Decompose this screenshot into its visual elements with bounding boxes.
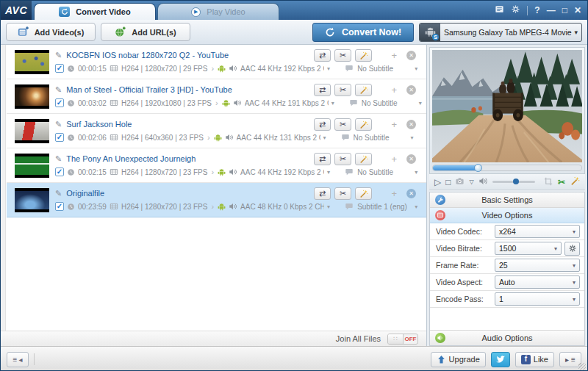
effects-button[interactable]	[355, 49, 372, 62]
row-checkbox[interactable]: ✓	[55, 64, 64, 73]
trim-button[interactable]: ✂	[334, 187, 351, 200]
audio-track-dropdown[interactable]: AAC 44 KHz 191 Kbps 2 CH (u...	[245, 99, 329, 107]
facebook-like-button[interactable]: f Like	[515, 352, 554, 367]
video-row[interactable]: ✎ KOCBFN IOS nobar 1280x720 Q2 - YouTube…	[7, 45, 426, 79]
volume-handle[interactable]	[513, 179, 519, 184]
audio-options-header[interactable]: Audio Options	[430, 330, 584, 345]
volume-icon[interactable]	[478, 176, 488, 187]
transfer-button[interactable]: ⇄	[314, 49, 331, 62]
video-preview-screen[interactable]	[432, 50, 582, 162]
effects-button[interactable]	[355, 187, 372, 200]
chevron-down-icon[interactable]: ▾	[327, 169, 330, 176]
subtitle-dropdown[interactable]: No Subtitle	[357, 65, 412, 73]
chevron-down-icon[interactable]: ▾	[415, 65, 417, 72]
tab-convert-video[interactable]: Convert Video	[34, 3, 156, 20]
remove-icon[interactable]: ✕	[406, 154, 416, 164]
video-codec-dropdown[interactable]: x264 ▾	[495, 225, 580, 238]
maximize-button[interactable]: □	[562, 6, 567, 15]
effects-wand-icon[interactable]	[570, 176, 580, 187]
chevron-down-icon[interactable]: ▾	[415, 203, 417, 210]
subtitle-dropdown[interactable]: No Subtitle	[362, 99, 416, 107]
list-scrollbar-track[interactable]	[1, 45, 6, 331]
remove-icon[interactable]: ✕	[406, 51, 416, 60]
output-profile-dropdown[interactable]: S Samsung Galaxy Tab MPEG-4 Movie (... ▾	[419, 23, 582, 42]
snapshot-icon[interactable]	[455, 176, 465, 187]
chevron-down-icon[interactable]: ▾	[327, 65, 330, 72]
transfer-button[interactable]: ⇄	[314, 187, 331, 200]
trim-button[interactable]: ✂	[334, 153, 351, 165]
play-button[interactable]: ▷	[434, 178, 441, 187]
row-checkbox[interactable]: ✓	[55, 98, 64, 107]
video-title[interactable]: Originalfile	[66, 189, 104, 198]
subtitle-dropdown[interactable]: Subtitle 1 (eng)	[357, 203, 412, 211]
video-title[interactable]: Surf Jackson Hole	[66, 120, 132, 129]
video-title[interactable]: The Pony An Unexpected Journeigh	[66, 154, 196, 163]
video-title[interactable]: Man of Steel - Official Trailer 3 [HD] -…	[66, 85, 232, 94]
row-checkbox[interactable]: ✓	[55, 168, 64, 176]
encode-pass-dropdown[interactable]: 1 ▾	[495, 292, 580, 306]
chevron-down-icon[interactable]: ▾	[331, 100, 334, 107]
volume-slider[interactable]	[492, 181, 535, 183]
remove-icon[interactable]: ✕	[406, 189, 416, 198]
add-icon[interactable]: +	[391, 120, 397, 129]
add-icon[interactable]: +	[391, 51, 397, 60]
audio-track-dropdown[interactable]: AAC 44 KHz 192 Kbps 2 CH (u...	[240, 65, 324, 73]
help-button[interactable]: ?	[534, 6, 539, 15]
basic-settings-header[interactable]: Basic Settings	[430, 192, 584, 208]
subtitle-dropdown[interactable]: No Subtitle	[357, 168, 412, 176]
chevron-down-icon[interactable]: ▾	[415, 169, 417, 176]
edit-title-icon[interactable]: ✎	[55, 85, 62, 95]
crop-icon[interactable]	[544, 177, 553, 187]
transfer-button[interactable]: ⇄	[314, 153, 331, 165]
toggle-panel-button[interactable]: ≡ ◂	[7, 352, 29, 367]
edit-title-icon[interactable]: ✎	[55, 189, 62, 198]
transfer-button[interactable]: ⇄	[314, 84, 331, 96]
chevron-down-icon[interactable]: ▾	[411, 134, 414, 141]
video-row[interactable]: ✎ The Pony An Unexpected Journeigh ⇄ ✂ +…	[7, 148, 426, 183]
snapshot-dropdown-icon[interactable]: ▽	[469, 179, 473, 185]
stop-button[interactable]: □	[445, 178, 451, 187]
transfer-button[interactable]: ⇄	[314, 118, 331, 131]
video-row[interactable]: ✎ Man of Steel - Official Trailer 3 [HD]…	[7, 79, 426, 114]
audio-track-dropdown[interactable]: AAC 48 KHz 0 Kbps 2 CH (jpn)	[240, 203, 324, 211]
subtitle-dropdown[interactable]: No Subtitle	[354, 134, 408, 142]
remove-icon[interactable]: ✕	[406, 120, 416, 129]
add-icon[interactable]: +	[391, 189, 397, 198]
tab-play-video[interactable]: ▶ Play Video	[157, 3, 279, 20]
row-checkbox[interactable]: ✓	[55, 202, 64, 211]
upgrade-button[interactable]: Upgrade	[431, 352, 486, 367]
row-checkbox[interactable]: ✓	[55, 133, 64, 142]
chevron-down-icon[interactable]: ▾	[419, 100, 422, 107]
bitrate-settings-gear-button[interactable]	[564, 242, 580, 256]
edit-title-icon[interactable]: ✎	[55, 154, 62, 164]
minimize-button[interactable]: —	[547, 6, 556, 15]
trim-button[interactable]: ✂	[334, 84, 351, 96]
add-videos-button[interactable]: Add Video(s)	[6, 23, 96, 41]
seek-handle[interactable]	[474, 164, 482, 172]
gear-icon[interactable]	[511, 4, 520, 17]
add-icon[interactable]: +	[391, 85, 397, 95]
video-row[interactable]: ✎ Surf Jackson Hole ⇄ ✂ + ✕ ✓ 00:02:	[7, 114, 426, 148]
trim-button[interactable]: ✂	[334, 118, 351, 131]
seek-bar[interactable]	[432, 165, 582, 171]
video-bitrate-dropdown[interactable]: 1500 ▾	[495, 242, 562, 255]
remove-icon[interactable]: ✕	[406, 85, 416, 95]
audio-track-dropdown[interactable]: AAC 44 KHz 131 Kbps 2 CH	[237, 134, 320, 142]
video-title[interactable]: KOCBFN IOS nobar 1280x720 Q2 - YouTube	[66, 51, 229, 60]
frame-rate-dropdown[interactable]: 25 ▾	[495, 259, 580, 272]
edit-title-icon[interactable]: ✎	[55, 120, 62, 129]
resize-grip[interactable]	[578, 363, 586, 370]
twitter-button[interactable]	[491, 352, 510, 367]
effects-button[interactable]	[355, 84, 372, 96]
effects-button[interactable]	[355, 153, 372, 165]
video-row-selected[interactable]: ✎ Originalfile ⇄ ✂ + ✕ ✓ 00:23:59	[7, 183, 426, 217]
audio-track-dropdown[interactable]: AAC 44 KHz 192 Kbps 2 CH (u...	[240, 168, 324, 176]
effects-button[interactable]	[355, 118, 372, 131]
trim-button[interactable]: ✂	[334, 49, 351, 62]
add-urls-button[interactable]: Add URL(s)	[101, 23, 190, 41]
clip-scissors-icon[interactable]: ✂	[558, 177, 565, 187]
join-all-files-toggle[interactable]: ∷ OFF	[387, 334, 418, 345]
video-aspect-dropdown[interactable]: Auto ▾	[495, 275, 580, 289]
add-icon[interactable]: +	[391, 154, 397, 164]
chevron-down-icon[interactable]: ▾	[323, 134, 326, 141]
